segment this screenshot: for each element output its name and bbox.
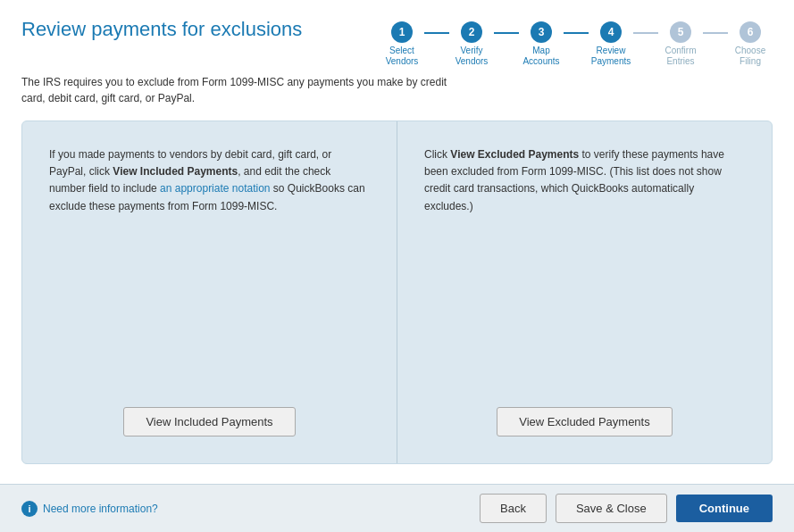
continue-button[interactable]: Continue <box>676 495 773 522</box>
info-icon: i <box>21 501 38 517</box>
help-link[interactable]: Need more information? <box>43 503 158 515</box>
step-4-circle: 4 <box>600 21 622 43</box>
panel-left-text: If you made payments to vendors by debit… <box>49 146 370 389</box>
footer-left: i Need more information? <box>21 501 158 517</box>
step-6: 6 ChooseFiling <box>728 21 773 67</box>
view-included-payments-button[interactable]: View Included Payments <box>123 407 295 436</box>
panel-right: Click View Excluded Payments to verify t… <box>397 121 772 463</box>
main-container: Review payments for exclusions 1 SelectV… <box>0 0 794 484</box>
step-2-label: VerifyVendors <box>449 46 494 67</box>
step-3-label: MapAccounts <box>519 46 564 67</box>
step-5-circle: 5 <box>670 21 691 43</box>
step-1: 1 SelectVendors <box>380 21 424 67</box>
step-1-circle: 1 <box>391 21 413 43</box>
step-5: 5 ConfirmEntries <box>658 21 703 67</box>
save-close-button[interactable]: Save & Close <box>556 494 667 523</box>
step-6-label: ChooseFiling <box>728 46 773 67</box>
step-2: 2 VerifyVendors <box>449 21 494 67</box>
page-title: Review payments for exclusions <box>21 18 380 41</box>
panel-left-button-row: View Included Payments <box>49 407 370 436</box>
panel-right-button-row: View Excluded Payments <box>424 407 745 436</box>
page-subtitle: The IRS requires you to exclude from For… <box>21 74 468 106</box>
panel-left: If you made payments to vendors by debit… <box>22 121 397 463</box>
step-6-circle: 6 <box>740 21 761 43</box>
footer: i Need more information? Back Save & Clo… <box>0 484 794 532</box>
content-panel: If you made payments to vendors by debit… <box>21 121 773 464</box>
step-5-label: ConfirmEntries <box>658 46 703 67</box>
step-4-label: ReviewPayments <box>589 46 633 67</box>
panel-right-bold: View Excluded Payments <box>450 148 579 161</box>
stepper: 1 SelectVendors 2 VerifyVendors 3 MapAcc… <box>380 21 773 67</box>
footer-buttons: Back Save & Close Continue <box>480 494 773 523</box>
step-4: 4 ReviewPayments <box>589 21 633 67</box>
step-3: 3 MapAccounts <box>519 21 564 67</box>
panel-right-text: Click View Excluded Payments to verify t… <box>424 146 745 389</box>
connector-4-5 <box>633 32 658 34</box>
header-row: Review payments for exclusions 1 SelectV… <box>21 18 773 67</box>
step-3-circle: 3 <box>531 21 552 43</box>
connector-1-2 <box>424 32 449 34</box>
back-button[interactable]: Back <box>480 494 547 523</box>
connector-3-4 <box>564 32 589 34</box>
connector-5-6 <box>703 32 728 34</box>
connector-2-3 <box>494 32 519 34</box>
view-excluded-payments-button[interactable]: View Excluded Payments <box>497 407 672 436</box>
panel-left-bold: View Included Payments <box>113 165 238 178</box>
step-1-label: SelectVendors <box>380 46 424 67</box>
appropriate-notation-link[interactable]: an appropriate notation <box>160 182 270 195</box>
step-2-circle: 2 <box>461 21 482 43</box>
